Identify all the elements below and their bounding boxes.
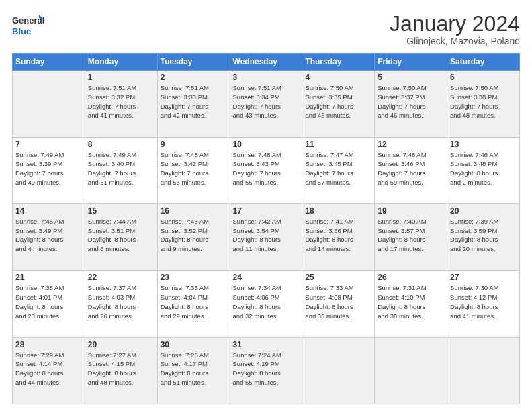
day-number: 10	[233, 140, 300, 149]
table-row: 31Sunrise: 7:24 AMSunset: 4:19 PMDayligh…	[230, 337, 302, 404]
subtitle: Glinojeck, Mazovia, Poland	[390, 36, 520, 46]
day-number: 27	[450, 273, 517, 282]
col-sunday: Sunday	[13, 54, 85, 71]
day-info: Sunrise: 7:47 AMSunset: 3:45 PMDaylight:…	[305, 150, 371, 187]
logo-svg: General Blue	[12, 12, 47, 39]
day-info: Sunrise: 7:49 AMSunset: 3:39 PMDaylight:…	[15, 150, 82, 187]
table-row: 26Sunrise: 7:31 AMSunset: 4:10 PMDayligh…	[375, 271, 447, 337]
page: General Blue January 2024 Glinojeck, Maz…	[0, 0, 532, 411]
table-row: 13Sunrise: 7:46 AMSunset: 3:48 PMDayligh…	[447, 137, 520, 203]
table-row: 16Sunrise: 7:43 AMSunset: 3:52 PMDayligh…	[157, 203, 230, 270]
col-friday: Friday	[375, 54, 447, 71]
table-row: 22Sunrise: 7:37 AMSunset: 4:03 PMDayligh…	[85, 271, 157, 337]
day-info: Sunrise: 7:51 AMSunset: 3:34 PMDaylight:…	[233, 83, 300, 120]
day-number: 28	[15, 340, 82, 349]
day-number: 9	[161, 140, 227, 149]
table-row: 7Sunrise: 7:49 AMSunset: 3:39 PMDaylight…	[13, 137, 85, 203]
day-number: 30	[161, 340, 227, 349]
day-number: 6	[450, 73, 517, 82]
table-row	[13, 71, 85, 137]
day-number: 20	[450, 206, 517, 216]
day-number: 2	[161, 73, 227, 82]
day-info: Sunrise: 7:34 AMSunset: 4:06 PMDaylight:…	[233, 283, 300, 320]
day-info: Sunrise: 7:50 AMSunset: 3:35 PMDaylight:…	[305, 83, 371, 120]
day-info: Sunrise: 7:33 AMSunset: 4:08 PMDaylight:…	[305, 283, 371, 320]
day-info: Sunrise: 7:48 AMSunset: 3:43 PMDaylight:…	[233, 150, 300, 187]
day-number: 4	[305, 73, 371, 82]
day-info: Sunrise: 7:39 AMSunset: 3:59 PMDaylight:…	[450, 217, 517, 254]
day-number: 23	[161, 273, 227, 282]
table-row: 19Sunrise: 7:40 AMSunset: 3:57 PMDayligh…	[375, 203, 447, 270]
table-row: 29Sunrise: 7:27 AMSunset: 4:15 PMDayligh…	[85, 337, 157, 404]
day-info: Sunrise: 7:51 AMSunset: 3:33 PMDaylight:…	[161, 83, 227, 120]
table-row	[302, 337, 375, 404]
day-info: Sunrise: 7:40 AMSunset: 3:57 PMDaylight:…	[378, 217, 444, 254]
day-number: 19	[378, 206, 444, 216]
table-row: 6Sunrise: 7:50 AMSunset: 3:38 PMDaylight…	[447, 71, 520, 137]
table-row: 4Sunrise: 7:50 AMSunset: 3:35 PMDaylight…	[302, 71, 375, 137]
table-row: 25Sunrise: 7:33 AMSunset: 4:08 PMDayligh…	[302, 271, 375, 337]
day-info: Sunrise: 7:31 AMSunset: 4:10 PMDaylight:…	[378, 283, 444, 320]
day-info: Sunrise: 7:46 AMSunset: 3:46 PMDaylight:…	[378, 150, 444, 187]
day-info: Sunrise: 7:50 AMSunset: 3:38 PMDaylight:…	[450, 83, 517, 120]
day-info: Sunrise: 7:48 AMSunset: 3:42 PMDaylight:…	[161, 150, 227, 187]
day-info: Sunrise: 7:44 AMSunset: 3:51 PMDaylight:…	[88, 217, 154, 254]
day-info: Sunrise: 7:38 AMSunset: 4:01 PMDaylight:…	[15, 283, 82, 320]
day-number: 11	[305, 140, 371, 149]
day-number: 13	[450, 140, 517, 149]
day-number: 12	[378, 140, 444, 149]
table-row: 23Sunrise: 7:35 AMSunset: 4:04 PMDayligh…	[157, 271, 230, 337]
table-row: 5Sunrise: 7:50 AMSunset: 3:37 PMDaylight…	[375, 71, 447, 137]
header: General Blue January 2024 Glinojeck, Maz…	[12, 12, 520, 46]
day-info: Sunrise: 7:24 AMSunset: 4:19 PMDaylight:…	[233, 351, 300, 387]
day-info: Sunrise: 7:37 AMSunset: 4:03 PMDaylight:…	[88, 283, 154, 320]
day-number: 3	[233, 73, 300, 82]
table-row: 15Sunrise: 7:44 AMSunset: 3:51 PMDayligh…	[85, 203, 157, 270]
day-number: 7	[15, 140, 82, 149]
col-wednesday: Wednesday	[230, 54, 302, 71]
day-number: 17	[233, 206, 300, 216]
col-thursday: Thursday	[302, 54, 375, 71]
day-info: Sunrise: 7:43 AMSunset: 3:52 PMDaylight:…	[161, 217, 227, 254]
svg-text:Blue: Blue	[12, 26, 31, 36]
day-info: Sunrise: 7:35 AMSunset: 4:04 PMDaylight:…	[161, 283, 227, 320]
day-info: Sunrise: 7:51 AMSunset: 3:32 PMDaylight:…	[88, 83, 154, 120]
table-row: 2Sunrise: 7:51 AMSunset: 3:33 PMDaylight…	[157, 71, 230, 137]
calendar-week-row: 21Sunrise: 7:38 AMSunset: 4:01 PMDayligh…	[13, 271, 520, 337]
day-info: Sunrise: 7:46 AMSunset: 3:48 PMDaylight:…	[450, 150, 517, 187]
calendar-week-row: 7Sunrise: 7:49 AMSunset: 3:39 PMDaylight…	[13, 137, 520, 203]
calendar-week-row: 28Sunrise: 7:29 AMSunset: 4:14 PMDayligh…	[13, 337, 520, 404]
table-row: 9Sunrise: 7:48 AMSunset: 3:42 PMDaylight…	[157, 137, 230, 203]
month-title: January 2024	[390, 12, 520, 36]
day-number: 31	[233, 340, 300, 349]
day-number: 22	[88, 273, 154, 282]
table-row: 24Sunrise: 7:34 AMSunset: 4:06 PMDayligh…	[230, 271, 302, 337]
day-number: 1	[88, 73, 154, 82]
day-info: Sunrise: 7:45 AMSunset: 3:49 PMDaylight:…	[15, 217, 82, 254]
day-number: 29	[88, 340, 154, 349]
table-row: 20Sunrise: 7:39 AMSunset: 3:59 PMDayligh…	[447, 203, 520, 270]
calendar-table: Sunday Monday Tuesday Wednesday Thursday…	[12, 53, 520, 404]
table-row: 3Sunrise: 7:51 AMSunset: 3:34 PMDaylight…	[230, 71, 302, 137]
table-row: 12Sunrise: 7:46 AMSunset: 3:46 PMDayligh…	[375, 137, 447, 203]
day-number: 15	[88, 206, 154, 216]
day-number: 24	[233, 273, 300, 282]
day-info: Sunrise: 7:41 AMSunset: 3:56 PMDaylight:…	[305, 217, 371, 254]
day-info: Sunrise: 7:26 AMSunset: 4:17 PMDaylight:…	[161, 351, 227, 387]
table-row: 10Sunrise: 7:48 AMSunset: 3:43 PMDayligh…	[230, 137, 302, 203]
table-row: 18Sunrise: 7:41 AMSunset: 3:56 PMDayligh…	[302, 203, 375, 270]
table-row	[447, 337, 520, 404]
col-saturday: Saturday	[447, 54, 520, 71]
day-number: 21	[15, 273, 82, 282]
day-number: 25	[305, 273, 371, 282]
day-info: Sunrise: 7:30 AMSunset: 4:12 PMDaylight:…	[450, 283, 517, 320]
calendar-week-row: 14Sunrise: 7:45 AMSunset: 3:49 PMDayligh…	[13, 203, 520, 270]
table-row: 28Sunrise: 7:29 AMSunset: 4:14 PMDayligh…	[13, 337, 85, 404]
table-row: 14Sunrise: 7:45 AMSunset: 3:49 PMDayligh…	[13, 203, 85, 270]
col-tuesday: Tuesday	[157, 54, 230, 71]
logo: General Blue	[12, 12, 47, 39]
table-row: 30Sunrise: 7:26 AMSunset: 4:17 PMDayligh…	[157, 337, 230, 404]
table-row: 21Sunrise: 7:38 AMSunset: 4:01 PMDayligh…	[13, 271, 85, 337]
day-number: 14	[15, 206, 82, 216]
day-info: Sunrise: 7:49 AMSunset: 3:40 PMDaylight:…	[88, 150, 154, 187]
